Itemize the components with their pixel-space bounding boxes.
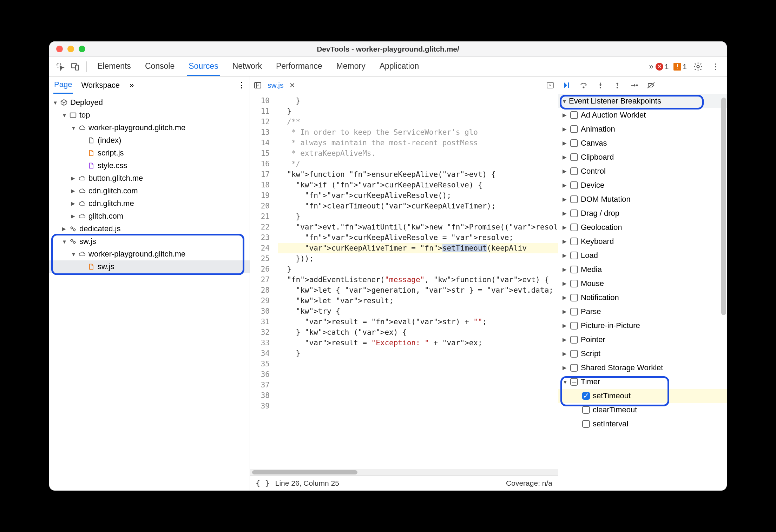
horizontal-scrollbar[interactable] bbox=[250, 469, 558, 475]
checkbox[interactable] bbox=[570, 111, 578, 119]
tree-item[interactable]: (index) bbox=[49, 134, 250, 147]
breakpoint-category[interactable]: –Timer bbox=[558, 375, 727, 389]
checkbox[interactable] bbox=[570, 364, 578, 372]
file-tree[interactable]: Deployedtopworker-playground.glitch.me(i… bbox=[49, 94, 250, 491]
checkbox[interactable] bbox=[570, 125, 578, 133]
checkbox[interactable]: – bbox=[570, 378, 578, 386]
breakpoint-category[interactable]: Shared Storage Worklet bbox=[558, 361, 727, 375]
pretty-print-icon[interactable]: { } bbox=[256, 479, 270, 487]
checkbox[interactable] bbox=[570, 266, 578, 273]
more-tabs-icon[interactable]: » bbox=[649, 62, 653, 71]
checkbox[interactable] bbox=[570, 167, 578, 175]
tree-item[interactable]: script.js bbox=[49, 147, 250, 159]
deactivate-breakpoints-icon[interactable] bbox=[646, 80, 656, 90]
main-tab-memory[interactable]: Memory bbox=[335, 57, 367, 76]
tree-item[interactable]: sw.js bbox=[49, 235, 250, 248]
breakpoint-category[interactable]: clearTimeout bbox=[558, 403, 727, 417]
more-nav-tabs-icon[interactable]: » bbox=[130, 81, 134, 90]
breakpoint-category[interactable]: ✓setTimeout bbox=[558, 389, 727, 403]
kebab-menu-icon[interactable]: ⋮ bbox=[709, 60, 722, 73]
navigator-menu-icon[interactable]: ⋮ bbox=[238, 81, 245, 90]
main-tab-elements[interactable]: Elements bbox=[96, 57, 132, 76]
resume-icon[interactable] bbox=[562, 80, 572, 90]
step-into-icon[interactable] bbox=[596, 80, 605, 90]
checkbox[interactable] bbox=[582, 420, 590, 428]
main-tab-application[interactable]: Application bbox=[378, 57, 421, 76]
tree-item[interactable]: dedicated.js bbox=[49, 222, 250, 235]
breakpoint-categories[interactable]: Ad Auction WorkletAnimationCanvasClipboa… bbox=[558, 108, 727, 491]
checkbox[interactable] bbox=[570, 252, 578, 259]
code-editor[interactable]: 1011121314151617181920212223242526272829… bbox=[250, 94, 558, 469]
warning-count[interactable]: ! 1 bbox=[673, 62, 687, 71]
checkbox[interactable] bbox=[570, 139, 578, 147]
breakpoint-category[interactable]: Keyboard bbox=[558, 234, 727, 248]
breakpoint-category[interactable]: Device bbox=[558, 178, 727, 192]
event-listener-breakpoints-header[interactable]: Event Listener Breakpoints bbox=[558, 94, 727, 108]
minimize-window-button[interactable] bbox=[67, 46, 74, 52]
breakpoint-category[interactable]: Picture-in-Picture bbox=[558, 319, 727, 333]
breakpoint-category[interactable]: Script bbox=[558, 347, 727, 361]
tree-item[interactable]: cdn.glitch.me bbox=[49, 197, 250, 210]
editor-file-tab[interactable]: sw.js bbox=[265, 81, 286, 89]
breakpoint-category[interactable]: Control bbox=[558, 164, 727, 178]
breakpoint-category[interactable]: Geolocation bbox=[558, 220, 727, 234]
breakpoint-category[interactable]: Canvas bbox=[558, 136, 727, 150]
breakpoint-category[interactable]: Notification bbox=[558, 291, 727, 305]
checkbox[interactable] bbox=[570, 336, 578, 344]
tree-item[interactable]: worker-playground.glitch.me bbox=[49, 121, 250, 134]
breakpoint-category[interactable]: Mouse bbox=[558, 277, 727, 291]
maximize-window-button[interactable] bbox=[79, 46, 85, 52]
tree-item[interactable]: Deployed bbox=[49, 96, 250, 109]
checkbox[interactable] bbox=[570, 238, 578, 245]
main-tab-console[interactable]: Console bbox=[144, 57, 176, 76]
breakpoint-category[interactable]: setInterval bbox=[558, 417, 727, 431]
checkbox[interactable] bbox=[582, 406, 590, 414]
main-tab-sources[interactable]: Sources bbox=[187, 57, 219, 76]
error-count[interactable]: ✕ 1 bbox=[656, 62, 669, 71]
checkbox[interactable]: ✓ bbox=[582, 392, 590, 400]
checkbox[interactable] bbox=[570, 210, 578, 217]
page-tab[interactable]: Page bbox=[53, 77, 73, 94]
close-tab-icon[interactable]: ✕ bbox=[289, 81, 295, 89]
breakpoint-category[interactable]: Ad Auction Worklet bbox=[558, 108, 727, 122]
tree-item[interactable]: top bbox=[49, 109, 250, 121]
checkbox[interactable] bbox=[570, 195, 578, 203]
breakpoint-category[interactable]: Clipboard bbox=[558, 150, 727, 164]
scrollbar-thumb[interactable] bbox=[252, 470, 357, 474]
device-toggle-icon[interactable] bbox=[69, 60, 81, 73]
breakpoint-category[interactable]: Parse bbox=[558, 305, 727, 319]
step-out-icon[interactable] bbox=[612, 80, 622, 90]
step-icon[interactable] bbox=[629, 80, 639, 90]
checkbox[interactable] bbox=[570, 181, 578, 189]
breakpoint-category[interactable]: Animation bbox=[558, 122, 727, 136]
inspect-icon[interactable] bbox=[54, 60, 67, 73]
vertical-scrollbar[interactable] bbox=[721, 98, 726, 315]
breakpoint-category[interactable]: Pointer bbox=[558, 333, 727, 347]
breakpoint-category[interactable]: DOM Mutation bbox=[558, 192, 727, 206]
tree-item[interactable]: sw.js bbox=[49, 260, 250, 273]
toggle-navigator-icon[interactable] bbox=[254, 81, 262, 89]
main-tab-network[interactable]: Network bbox=[231, 57, 263, 76]
breakpoint-category[interactable]: Drag / drop bbox=[558, 206, 727, 220]
checkbox[interactable] bbox=[570, 294, 578, 301]
checkbox[interactable] bbox=[570, 350, 578, 358]
tree-item[interactable]: cdn.glitch.com bbox=[49, 185, 250, 197]
breakpoint-category[interactable]: Media bbox=[558, 262, 727, 277]
checkbox[interactable] bbox=[570, 280, 578, 287]
tree-item[interactable]: style.css bbox=[49, 159, 250, 172]
tree-item[interactable]: glitch.com bbox=[49, 210, 250, 222]
step-over-icon[interactable] bbox=[579, 80, 588, 90]
checkbox[interactable] bbox=[570, 322, 578, 330]
settings-icon[interactable] bbox=[692, 60, 704, 73]
workspace-tab[interactable]: Workspace bbox=[80, 77, 120, 93]
tree-item[interactable]: button.glitch.me bbox=[49, 172, 250, 185]
tree-item[interactable]: worker-playground.glitch.me bbox=[49, 248, 250, 260]
run-snippet-icon[interactable] bbox=[546, 81, 554, 89]
close-window-button[interactable] bbox=[56, 46, 63, 52]
checkbox[interactable] bbox=[570, 224, 578, 231]
code-content[interactable]: } } /** * In order to keep the ServiceWo… bbox=[275, 94, 558, 469]
checkbox[interactable] bbox=[570, 308, 578, 315]
breakpoint-category[interactable]: Load bbox=[558, 248, 727, 262]
checkbox[interactable] bbox=[570, 153, 578, 161]
main-tab-performance[interactable]: Performance bbox=[275, 57, 324, 76]
